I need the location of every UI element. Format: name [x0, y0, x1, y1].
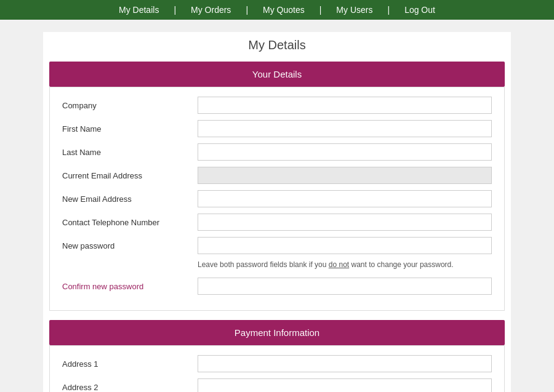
your-details-section: Your Details Company First Name Last Nam… [49, 62, 505, 311]
first-name-row: First Name [62, 120, 492, 137]
new-email-input[interactable] [198, 190, 492, 207]
nav-log-out[interactable]: Log Out [397, 5, 443, 15]
nav-sep-1: | [166, 5, 183, 15]
first-name-label: First Name [62, 124, 198, 134]
top-navigation: My Details | My Orders | My Quotes | My … [0, 0, 554, 20]
address2-label: Address 2 [62, 383, 198, 392]
address2-input[interactable] [198, 378, 492, 392]
new-email-row: New Email Address [62, 190, 492, 207]
new-password-input[interactable] [198, 237, 492, 254]
company-row: Company [62, 97, 492, 114]
company-input[interactable] [198, 97, 492, 114]
telephone-row: Contact Telephone Number [62, 214, 492, 231]
nav-my-orders[interactable]: My Orders [183, 5, 238, 15]
nav-sep-3: | [312, 5, 329, 15]
nav-sep-4: | [380, 5, 397, 15]
main-content: My Details Your Details Company First Na… [43, 32, 511, 392]
current-email-row: Current Email Address [62, 167, 492, 184]
nav-my-users[interactable]: My Users [329, 5, 380, 15]
last-name-label: Last Name [62, 148, 198, 157]
nav-my-details[interactable]: My Details [111, 5, 166, 15]
payment-information-header: Payment Information [49, 320, 505, 345]
your-details-header: Your Details [49, 62, 505, 87]
address1-label: Address 1 [62, 359, 198, 369]
last-name-input[interactable] [198, 143, 492, 161]
new-password-label: New password [62, 241, 198, 250]
page-title: My Details [49, 38, 505, 52]
current-email-label: Current Email Address [62, 171, 198, 180]
last-name-row: Last Name [62, 143, 492, 161]
your-details-form: Company First Name Last Name Current Ema… [49, 87, 505, 311]
confirm-password-input[interactable] [198, 278, 492, 295]
first-name-input[interactable] [198, 120, 492, 137]
telephone-input[interactable] [198, 214, 492, 231]
address1-row: Address 1 [62, 355, 492, 372]
new-password-row: New password [62, 237, 492, 254]
address2-row: Address 2 [62, 378, 492, 392]
nav-sep-2: | [238, 5, 255, 15]
new-email-label: New Email Address [62, 194, 198, 204]
confirm-password-row: Confirm new password [62, 278, 492, 295]
nav-my-quotes[interactable]: My Quotes [255, 5, 312, 15]
current-email-input [198, 167, 492, 184]
address1-input[interactable] [198, 355, 492, 372]
password-hint-text: Leave both password fields blank if you … [198, 260, 492, 271]
password-hint-row: Leave both password fields blank if you … [62, 260, 492, 271]
confirm-password-label: Confirm new password [62, 282, 198, 291]
company-label: Company [62, 101, 198, 110]
payment-information-form: Address 1 Address 2 Town/City County Pos… [49, 345, 505, 392]
payment-information-section: Payment Information Address 1 Address 2 … [49, 320, 505, 392]
telephone-label: Contact Telephone Number [62, 218, 198, 227]
